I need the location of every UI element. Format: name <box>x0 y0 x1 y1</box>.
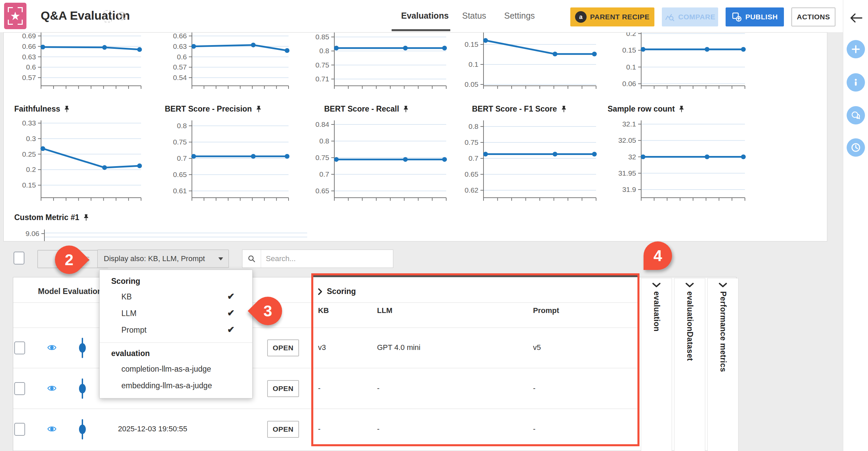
pin-icon[interactable] <box>63 105 70 113</box>
eye-icon[interactable] <box>47 424 57 434</box>
actions-button[interactable]: ACTIONS <box>791 7 835 26</box>
pin-icon[interactable] <box>402 105 409 113</box>
pin-icon[interactable] <box>678 105 685 113</box>
svg-text:0.8: 0.8 <box>319 47 329 55</box>
column-header-prompt[interactable]: Prompt <box>533 306 559 315</box>
open-button[interactable]: OPEN <box>267 339 299 356</box>
parent-recipe-button[interactable]: a PARENT RECIPE <box>570 7 654 26</box>
svg-text:0.61: 0.61 <box>173 187 187 195</box>
column-header-llm[interactable]: LLM <box>377 306 392 315</box>
chart-title-label: BERT Score - F1 Score <box>472 104 557 114</box>
pin-icon[interactable] <box>83 214 90 221</box>
chevron-right-icon <box>317 288 323 295</box>
top-header: ★ Q&A Evaluation Evaluations Status Sett… <box>0 0 868 32</box>
search-icon <box>242 250 261 268</box>
metric-chart-5: 0.20.150.10.06 <box>609 33 748 91</box>
svg-text:0.75: 0.75 <box>315 154 329 161</box>
svg-text:0.75: 0.75 <box>315 61 329 69</box>
chart-title-bert-score-f1-score: BERT Score - F1 Score <box>472 104 567 114</box>
publish-icon <box>732 12 742 22</box>
scoring-group-header[interactable]: Scoring <box>317 287 356 296</box>
check-icon: ✔ <box>227 325 235 335</box>
table-header-model-evaluation: Model Evaluation <box>38 287 102 296</box>
history-icon[interactable] <box>847 138 865 157</box>
app-logo-icon: ★ <box>4 3 26 29</box>
svg-text:0.7: 0.7 <box>469 154 478 162</box>
eye-icon[interactable] <box>47 342 57 353</box>
recipe-icon: a <box>575 11 587 23</box>
cell-kb: - <box>318 425 320 433</box>
display-also-dropdown[interactable]: Display also: KB, LLM, Prompt <box>97 250 229 268</box>
column-header-kb[interactable]: KB <box>318 306 329 315</box>
compare-button[interactable]: COMPARE <box>662 7 718 26</box>
svg-text:31.9: 31.9 <box>622 185 636 193</box>
row-checkbox[interactable] <box>14 341 25 354</box>
eye-icon[interactable] <box>47 383 57 393</box>
metrics-charts-panel: 0.690.660.630.60.570.660.630.60.570.540.… <box>3 32 827 241</box>
open-button[interactable]: OPEN <box>267 380 299 397</box>
svg-text:0.6: 0.6 <box>26 63 36 71</box>
select-all-checkbox[interactable] <box>14 252 24 264</box>
menu-item-embedding-llm-as-a-judge[interactable]: embedding-llm-as-a-judge <box>100 377 252 394</box>
collapse-arrow-icon[interactable] <box>849 12 863 25</box>
svg-text:0.8: 0.8 <box>177 122 187 130</box>
pin-icon[interactable] <box>255 105 262 113</box>
svg-text:0.15: 0.15 <box>622 46 636 54</box>
menu-divider <box>100 342 252 343</box>
tab-evaluations[interactable]: Evaluations <box>401 11 449 21</box>
tab-status[interactable]: Status <box>462 11 486 21</box>
cell-prompt: - <box>533 425 535 433</box>
svg-text:0.65: 0.65 <box>465 170 478 178</box>
table-divider <box>13 409 639 409</box>
chat-icon[interactable] <box>847 106 865 124</box>
menu-item-prompt[interactable]: Prompt✔ <box>100 322 252 338</box>
menu-item-completion-llm-as-a-judge[interactable]: completion-llm-as-a-judge <box>100 361 252 377</box>
cell-llm: GPT 4.0 mini <box>377 343 420 352</box>
active-tab-underline <box>392 29 450 31</box>
svg-text:0.6: 0.6 <box>177 53 187 61</box>
tab-settings[interactable]: Settings <box>504 11 535 21</box>
row-checkbox[interactable] <box>14 382 25 395</box>
chart-title-bert-score-precision: BERT Score - Precision <box>165 104 262 114</box>
svg-text:0.57: 0.57 <box>173 63 187 71</box>
svg-text:32.1: 32.1 <box>622 120 636 128</box>
svg-text:0.84: 0.84 <box>315 120 329 128</box>
svg-text:0.05: 0.05 <box>465 80 478 88</box>
svg-text:0.1: 0.1 <box>469 60 478 68</box>
plus-icon[interactable] <box>847 40 865 58</box>
svg-text:0.65: 0.65 <box>173 171 187 178</box>
search-input[interactable] <box>261 250 393 268</box>
metric-chart-2: 0.660.630.60.570.54 <box>160 33 292 91</box>
metric-chart-4: 0.150.10.05 <box>451 33 599 91</box>
svg-text:0.15: 0.15 <box>22 181 36 189</box>
scoring-group-accent-bar <box>313 275 637 277</box>
metric-chart-6: 0.330.30.250.20.15 <box>9 118 144 203</box>
svg-text:0.7: 0.7 <box>177 154 187 162</box>
callout-number: 4 <box>653 247 662 265</box>
rotated-column-evaluation[interactable]: evaluation <box>641 278 672 451</box>
svg-text:0.63: 0.63 <box>173 42 187 50</box>
svg-text:0.57: 0.57 <box>22 74 36 81</box>
pin-icon[interactable] <box>560 105 567 113</box>
metric-chart-1: 0.690.660.630.60.57 <box>9 33 144 91</box>
cell-kb: v3 <box>318 343 326 352</box>
callout-2: 2 <box>49 240 90 280</box>
rotated-column-label: evaluationDataset <box>685 291 694 361</box>
info-icon[interactable] <box>847 73 865 92</box>
publish-button[interactable]: PUBLISH <box>726 7 784 26</box>
menu-item-llm[interactable]: LLM✔ <box>100 305 252 322</box>
svg-text:0.85: 0.85 <box>315 33 329 41</box>
rotated-column-evaluationdataset[interactable]: evaluationDataset <box>674 278 705 451</box>
evaluation-marker-icon <box>79 378 86 399</box>
svg-text:0.54: 0.54 <box>173 74 187 81</box>
menu-item-kb[interactable]: KB✔ <box>100 289 252 305</box>
row-checkbox[interactable] <box>14 423 25 436</box>
cell-kb: - <box>318 384 320 393</box>
app-root: ★ Q&A Evaluation Evaluations Status Sett… <box>0 0 868 451</box>
rotated-column-performance-metrics[interactable]: Performance metrics <box>707 278 738 451</box>
cell-llm: - <box>377 384 379 393</box>
svg-text:9.06: 9.06 <box>25 230 39 237</box>
menu-section-scoring: Scoring <box>100 273 252 289</box>
open-button[interactable]: OPEN <box>267 421 299 438</box>
metric-chart-3: 0.850.80.750.71 <box>302 33 450 91</box>
